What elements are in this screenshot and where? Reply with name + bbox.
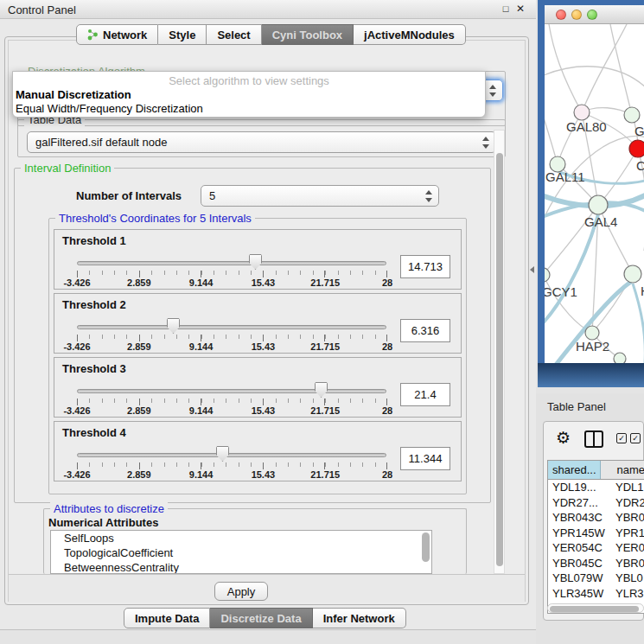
algorithm-dropdown-popup: Select algorithm to view settings Manual… [12, 71, 486, 118]
algorithm-hint: Select algorithm to view settings [13, 74, 485, 87]
table-row[interactable]: YPR145WYPR1 [548, 526, 644, 541]
threshold-label: Threshold 4 [62, 426, 126, 439]
threshold-2-value-field[interactable]: 6.316 [400, 319, 450, 342]
threshold-2-slider-thumb[interactable] [167, 318, 180, 334]
tab-discretize-data[interactable]: Discretize Data [210, 608, 312, 628]
slider-major-ticks [77, 271, 387, 277]
node-gal4[interactable] [589, 195, 608, 214]
threshold-1-value-field[interactable]: 14.713 [400, 255, 450, 278]
slider-scale: -3.426 2.859 9.144 15.43 21.715 28 [77, 341, 387, 352]
node-hap2[interactable] [585, 326, 599, 340]
close-traffic-light-icon[interactable] [556, 10, 566, 20]
table-row[interactable]: YBR045CYBR0 [548, 556, 644, 571]
algorithm-option-manual[interactable]: Manual Discretization [16, 88, 131, 101]
close-icon[interactable]: ✕ [514, 3, 526, 15]
control-panel-titlebar: Control Panel □ ✕ [0, 0, 536, 19]
gear-icon[interactable]: ⚙ [556, 429, 571, 448]
split-view-icon[interactable] [584, 430, 603, 448]
table-row[interactable]: YBL079WYBL0 [548, 571, 644, 586]
tab-style[interactable]: Style [158, 24, 207, 45]
threshold-label: Threshold 2 [62, 298, 126, 311]
tab-label: Network [103, 29, 147, 41]
list-item[interactable]: TopologicalCoefficient [51, 545, 431, 560]
cyni-mode-tabs: Impute Data Discretize Data Infer Networ… [124, 608, 406, 628]
tab-impute-data[interactable]: Impute Data [124, 608, 210, 628]
tab-infer-network[interactable]: Infer Network [313, 608, 406, 628]
scrollbar-thumb[interactable] [496, 153, 503, 566]
list-item[interactable]: SelfLoops [51, 531, 431, 545]
network-icon [87, 29, 99, 41]
float-window-icon[interactable]: □ [500, 3, 512, 15]
number-of-intervals-combobox[interactable]: 5 [201, 185, 439, 207]
numerical-attributes-list[interactable]: SelfLoops TopologicalCoefficient Between… [50, 530, 432, 574]
node-bottom[interactable] [614, 353, 626, 363]
slider-scale: -3.426 2.859 9.144 15.43 21.715 28 [77, 277, 387, 288]
slider-major-ticks [77, 335, 387, 341]
node-gal80[interactable] [574, 105, 590, 120]
zoom-traffic-light-icon[interactable] [587, 10, 597, 20]
tab-label: jActiveMNodules [364, 29, 455, 41]
node-red-selected[interactable] [629, 140, 644, 157]
threshold-2-slider-track[interactable] [77, 325, 386, 329]
threshold-1-panel: Threshold 1 -3.426 2.859 9.144 15.43 21.… [54, 229, 462, 290]
group-table-data: Table Data galFiltered.sif default node [17, 119, 506, 157]
list-scrollbar[interactable] [422, 532, 430, 562]
threshold-1-slider-thumb[interactable] [249, 254, 262, 270]
tab-label: Style [169, 29, 195, 41]
combo-stepper-icon [481, 136, 489, 150]
node-attribute-table[interactable]: shared... name YDL19...YDL1 YDR27...YDR2… [547, 460, 644, 614]
slider-major-ticks [77, 462, 387, 469]
number-of-intervals-value: 5 [209, 189, 215, 202]
threshold-3-panel: Threshold 3 -3.426 2.859 9.144 15.43 21.… [54, 357, 462, 418]
threshold-3-slider-thumb[interactable] [315, 382, 328, 398]
threshold-3-slider-track[interactable] [77, 389, 386, 393]
combo-stepper-icon [488, 84, 496, 98]
network-canvas[interactable]: GAL80 GA C GAL11 GAL4 GCY1 H HAP2 [545, 24, 644, 363]
apply-button[interactable]: Apply [214, 582, 268, 601]
threshold-4-slider-track[interactable] [77, 453, 386, 457]
tab-select[interactable]: Select [207, 24, 261, 45]
numerical-attributes-label: Numerical Attributes [48, 516, 158, 529]
table-toolbar: ⚙ ✓ ✓ [544, 422, 643, 458]
tab-cyni-toolbox[interactable]: Cyni Toolbox [262, 24, 354, 45]
threshold-4-value-field[interactable]: 11.344 [400, 447, 450, 470]
list-item[interactable]: BetweennessCentrality [51, 560, 431, 574]
tab-label: Infer Network [323, 612, 395, 625]
node-ga[interactable] [624, 107, 640, 123]
table-row[interactable]: YDL19...YDL1 [548, 480, 644, 495]
column-header-name[interactable]: name [601, 461, 644, 479]
checkbox-icon[interactable]: ✓ [630, 433, 641, 443]
network-window-titlebar[interactable] [545, 5, 644, 24]
column-header-shared-name[interactable]: shared... [548, 461, 601, 479]
threshold-3-value-field[interactable]: 21.4 [400, 383, 450, 406]
control-panel: Control Panel □ ✕ Network Style Select C… [0, 0, 536, 644]
group-title: Attributes to discretize [50, 502, 168, 515]
number-of-intervals-label: Number of Intervals [76, 189, 182, 202]
threshold-4-slider-thumb[interactable] [216, 446, 229, 462]
table-data-combobox[interactable]: galFiltered.sif default node [27, 131, 496, 153]
threshold-1-slider-track[interactable] [77, 261, 386, 265]
scrollbar-thumb[interactable] [550, 606, 639, 612]
group-thresholds: Threshold's Coordinates for 5 Intervals … [48, 218, 467, 494]
minimize-traffic-light-icon[interactable] [571, 10, 582, 20]
threshold-2-panel: Threshold 2 -3.426 2.859 9.144 15.43 21.… [54, 293, 462, 354]
tab-label: Discretize Data [220, 612, 301, 625]
table-horizontal-scrollbar[interactable] [547, 603, 644, 613]
settings-vertical-scrollbar[interactable] [494, 130, 505, 574]
table-row[interactable]: YDR27...YDR2 [548, 495, 644, 511]
algorithm-option-equal-width[interactable]: Equal Width/Frequency Discretization [16, 102, 203, 115]
tab-network[interactable]: Network [76, 24, 158, 45]
table-row[interactable]: YLR345WYLR3 [548, 586, 644, 602]
tab-jactivemnodules[interactable]: jActiveMNodules [354, 24, 466, 45]
node-gcy1[interactable] [545, 268, 550, 282]
tab-label: Select [217, 29, 250, 41]
group-title: Interval Definition [21, 162, 114, 175]
checkbox-icon[interactable]: ✓ [616, 433, 627, 443]
table-row[interactable]: YBR043CYBR0 [548, 510, 644, 526]
panel-splitter-arrow-icon[interactable] [530, 266, 534, 273]
network-view-window: GAL80 GA C GAL11 GAL4 GCY1 H HAP2 [538, 0, 644, 387]
apply-bar: Apply [9, 574, 525, 603]
panel-title: Control Panel [8, 3, 76, 16]
node-h[interactable] [624, 265, 641, 283]
table-row[interactable]: YER054CYER0 [548, 540, 644, 556]
